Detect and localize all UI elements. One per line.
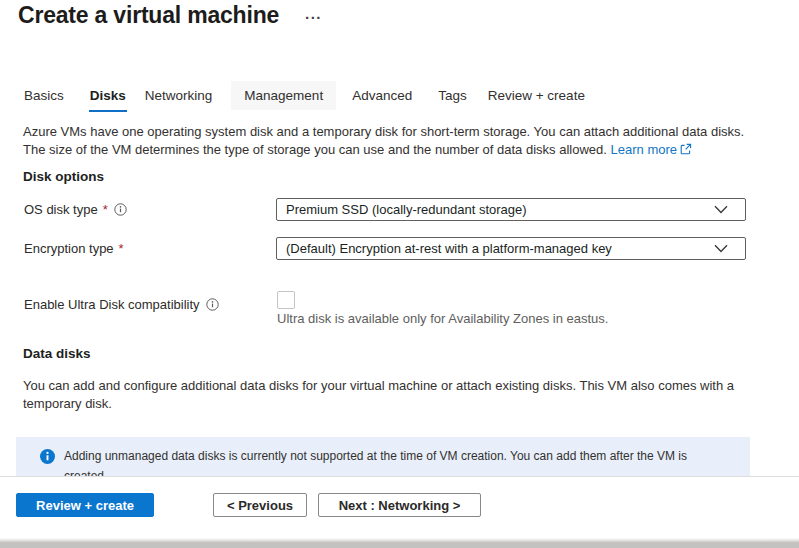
next-networking-button[interactable]: Next : Networking > [318, 493, 481, 517]
chevron-down-icon [714, 202, 728, 217]
tab-advanced[interactable]: Advanced [339, 81, 425, 110]
learn-more-label: Learn more [611, 142, 677, 157]
encryption-type-label-text: Encryption type [24, 241, 114, 256]
footer-bar: Review + create < Previous Next : Networ… [0, 476, 799, 538]
previous-button[interactable]: < Previous [213, 493, 307, 517]
tab-tags[interactable]: Tags [425, 81, 480, 110]
external-link-icon [680, 142, 692, 160]
required-marker: * [119, 241, 124, 256]
create-vm-page: Create a virtual machine ... Basics Disk… [0, 0, 799, 548]
os-disk-type-label: OS disk type* [24, 202, 127, 219]
data-disks-heading: Data disks [23, 346, 91, 361]
data-disks-description: You can add and configure additional dat… [23, 377, 739, 412]
ultra-disk-label-text: Enable Ultra Disk compatibility [24, 297, 200, 312]
ultra-disk-checkbox[interactable] [277, 291, 295, 309]
os-disk-type-dropdown[interactable]: Premium SSD (locally-redundant storage) [276, 198, 746, 221]
required-marker: * [103, 202, 108, 217]
os-disk-type-value: Premium SSD (locally-redundant storage) [286, 202, 714, 217]
ultra-disk-helper: Ultra disk is available only for Availab… [277, 311, 608, 326]
encryption-type-dropdown[interactable]: (Default) Encryption at-rest with a plat… [276, 237, 746, 260]
learn-more-link[interactable]: Learn more [611, 142, 692, 157]
encryption-type-value: (Default) Encryption at-rest with a plat… [286, 241, 714, 256]
tab-networking[interactable]: Networking [132, 81, 226, 110]
tab-management[interactable]: Management [231, 81, 336, 110]
tab-disks[interactable]: Disks [77, 81, 139, 110]
encryption-type-label: Encryption type* [24, 241, 124, 256]
os-disk-type-label-text: OS disk type [24, 202, 98, 217]
disk-options-heading: Disk options [23, 169, 104, 184]
tab-bar: Basics Disks Networking Management Advan… [11, 81, 598, 110]
ultra-disk-label: Enable Ultra Disk compatibility [24, 297, 219, 314]
more-options-icon[interactable]: ... [305, 5, 322, 22]
page-title: Create a virtual machine [18, 2, 279, 29]
info-icon[interactable] [114, 203, 127, 219]
tab-review-create[interactable]: Review + create [475, 81, 598, 110]
bottom-window-edge [0, 542, 799, 548]
info-icon[interactable] [206, 298, 219, 314]
tab-basics[interactable]: Basics [11, 81, 77, 110]
review-create-button[interactable]: Review + create [16, 493, 154, 517]
intro-paragraph: Azure VMs have one operating system disk… [23, 123, 758, 160]
chevron-down-icon [714, 241, 728, 256]
